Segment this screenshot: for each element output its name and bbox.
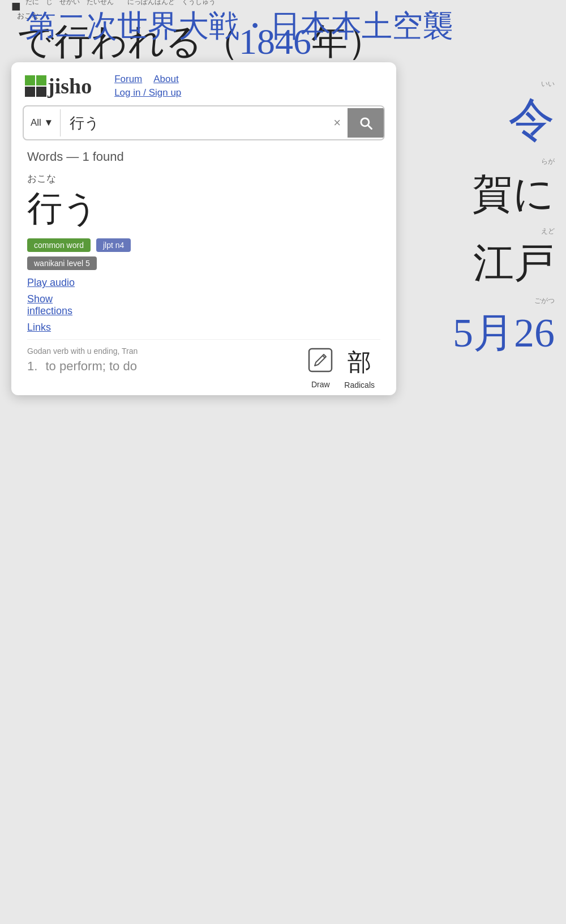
svg-rect-1 <box>36 75 46 85</box>
right-col: いい 令 らが 賀に えど 江戸 ごがつ 5月26 <box>453 79 555 366</box>
links-link[interactable]: Links <box>27 322 380 333</box>
nav-row-2: Log in / Sign up <box>114 87 181 99</box>
nav-row-1: Forum About <box>114 74 181 85</box>
search-input[interactable] <box>61 106 327 139</box>
tags-row: common word jlpt n4 <box>27 238 380 252</box>
results-area: Words — 1 found おこな 行う common word jlpt … <box>11 149 396 395</box>
svg-rect-4 <box>309 349 332 371</box>
svg-rect-2 <box>25 87 35 97</box>
definition-meaning: to perform; to do <box>45 359 136 373</box>
words-label: Words <box>27 149 63 164</box>
definition-area: Godan verb with u ending, Tran 1. to per… <box>27 339 380 390</box>
tools-area: Draw 部 Radicals <box>308 346 380 390</box>
svg-rect-0 <box>25 75 35 85</box>
definition-number: 1. <box>27 359 37 373</box>
draw-button[interactable]: Draw <box>308 348 333 389</box>
search-button[interactable] <box>348 108 384 138</box>
words-count: — 1 found <box>66 149 124 164</box>
nav-links: Forum About Log in / Sign up <box>114 74 181 99</box>
search-dropdown[interactable]: All ▼ <box>24 109 61 136</box>
svg-rect-3 <box>36 87 46 97</box>
tags-row-2: wanikani level 5 <box>27 256 380 270</box>
news-item-2: ■ だに じ せかい たいせん にっぽんほんど くうしゅう 第二次世界大戦・日本… <box>11 0 555 47</box>
radicals-icon: 部 <box>348 346 371 378</box>
background-content: おこな で行われる（1846年） いい 令 らが 賀に えど 江戸 ごがつ 5月… <box>0 0 566 64</box>
definition-text: Godan verb with u ending, Tran 1. to per… <box>27 346 308 374</box>
definition-item: 1. to perform; to do <box>27 359 308 374</box>
about-link[interactable]: About <box>153 74 178 85</box>
search-modal: jisho Forum About Log in / Sign up All ▼… <box>11 62 396 395</box>
forum-link[interactable]: Forum <box>114 74 142 85</box>
tag-jlpt: jlpt n4 <box>96 238 131 252</box>
search-bar: All ▼ × <box>23 105 385 140</box>
draw-icon <box>308 348 333 378</box>
tag-common-word: common word <box>27 238 91 252</box>
draw-label: Draw <box>311 380 330 389</box>
radicals-button[interactable]: 部 Radicals <box>344 346 375 390</box>
logo-text: jisho <box>48 74 92 99</box>
modal-header: jisho Forum About Log in / Sign up <box>11 62 396 105</box>
play-audio-link[interactable]: Play audio <box>27 277 380 289</box>
word-kanji: 行う <box>27 187 380 229</box>
bottom-area: ■ メキシコ：皇帝マクシミリアン けいし ねん 刑死（1867年） ■ だ <box>0 0 566 64</box>
show-inflections-link[interactable]: Showinflections <box>27 293 380 317</box>
words-header: Words — 1 found <box>27 149 380 164</box>
search-clear-button[interactable]: × <box>327 108 348 138</box>
tag-wanikani: wanikani level 5 <box>27 256 97 270</box>
definition-pos: Godan verb with u ending, Tran <box>27 346 308 356</box>
logo-icon <box>25 75 46 97</box>
search-icon <box>358 115 374 131</box>
word-reading: おこな <box>27 172 380 185</box>
login-link[interactable]: Log in / Sign up <box>114 87 181 99</box>
radicals-label: Radicals <box>344 380 375 390</box>
page-wrapper: おこな で行われる（1846年） いい 令 らが 賀に えど 江戸 ごがつ 5月… <box>0 0 566 924</box>
news-link-2[interactable]: 第二次世界大戦・日本本土空襲 <box>25 9 453 43</box>
logo[interactable]: jisho <box>25 74 92 99</box>
